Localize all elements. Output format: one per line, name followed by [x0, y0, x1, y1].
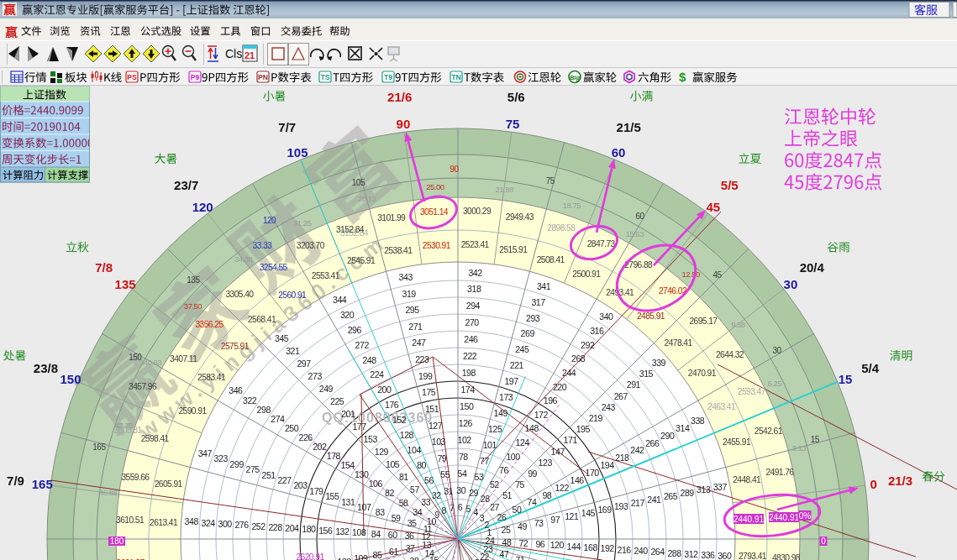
svg-text:31.25: 31.25 [293, 218, 311, 228]
svg-text:2593.47: 2593.47 [738, 387, 766, 396]
svg-text:197: 197 [504, 376, 518, 386]
svg-text:348: 348 [185, 516, 199, 526]
svg-text:320: 320 [340, 310, 355, 320]
svg-text:156: 156 [318, 526, 333, 536]
svg-text:346: 346 [229, 385, 243, 395]
svg-text:172: 172 [534, 410, 549, 420]
svg-text:34: 34 [413, 507, 422, 517]
svg-text:2605.91: 2605.91 [155, 479, 183, 489]
svg-text:43.75: 43.75 [115, 421, 133, 430]
svg-text:99: 99 [528, 468, 537, 479]
svg-text:26: 26 [497, 512, 507, 522]
svg-text:2949.43: 2949.43 [506, 212, 534, 222]
svg-text:275: 275 [246, 464, 260, 474]
svg-text:289: 289 [681, 488, 695, 498]
svg-text:151: 151 [425, 404, 439, 414]
svg-text:36: 36 [405, 531, 414, 541]
svg-text:247: 247 [412, 338, 426, 348]
svg-text:2530.91: 2530.91 [423, 241, 451, 250]
svg-text:2553.41: 2553.41 [312, 271, 340, 280]
svg-text:T9: T9 [384, 73, 392, 81]
svg-text:324: 324 [202, 518, 216, 528]
svg-text:228: 228 [268, 522, 282, 532]
svg-text:78: 78 [459, 452, 468, 462]
svg-text:179: 179 [309, 486, 323, 496]
svg-text:2538.41: 2538.41 [384, 246, 413, 255]
svg-text:85: 85 [373, 550, 382, 560]
svg-text:242: 242 [630, 445, 644, 455]
svg-text:7/8: 7/8 [95, 260, 113, 275]
svg-text:274: 274 [271, 414, 285, 424]
svg-text:2590.91: 2590.91 [178, 406, 207, 416]
svg-text:21.88: 21.88 [496, 185, 513, 194]
svg-text:83: 83 [376, 507, 385, 517]
svg-text:135: 135 [187, 275, 200, 285]
svg-text:192: 192 [601, 543, 615, 553]
svg-text:75: 75 [515, 479, 524, 489]
svg-text:2575.91: 2575.91 [221, 342, 250, 351]
svg-text:3: 3 [480, 513, 485, 523]
svg-text:37.50: 37.50 [184, 301, 202, 311]
svg-text:2508.41: 2508.41 [537, 255, 565, 264]
svg-text:3101.99: 3101.99 [377, 213, 406, 222]
svg-text:32: 32 [432, 490, 441, 500]
svg-text:276: 276 [234, 520, 249, 530]
svg-text:61: 61 [389, 547, 398, 557]
svg-text:347: 347 [198, 448, 213, 458]
svg-text:105: 105 [287, 145, 308, 160]
svg-text:313: 313 [697, 484, 711, 495]
svg-text:294: 294 [466, 301, 481, 311]
svg-text:96: 96 [535, 539, 544, 549]
svg-text:23/7: 23/7 [174, 178, 198, 192]
svg-text:295: 295 [405, 305, 419, 315]
svg-text:20/4: 20/4 [800, 260, 825, 275]
svg-text:84: 84 [371, 529, 381, 539]
svg-text:21: 21 [245, 50, 255, 60]
svg-text:198: 198 [462, 368, 476, 378]
svg-text:203: 203 [293, 480, 308, 490]
svg-text:21/5: 21/5 [617, 120, 641, 134]
svg-text:241: 241 [647, 495, 661, 505]
svg-text:178: 178 [327, 451, 341, 461]
svg-text:147: 147 [551, 447, 565, 457]
svg-text:37: 37 [406, 543, 415, 553]
svg-text:216: 216 [618, 545, 632, 555]
svg-text:24: 24 [486, 536, 495, 546]
svg-text:174: 174 [460, 385, 475, 395]
svg-text:3203.70: 3203.70 [297, 241, 325, 250]
svg-text:72: 72 [518, 538, 528, 548]
svg-text:340: 340 [599, 311, 613, 322]
svg-text:120: 120 [192, 200, 213, 214]
svg-text:170: 170 [586, 468, 600, 478]
svg-text:360: 360 [718, 551, 732, 560]
svg-text:79: 79 [437, 453, 446, 463]
svg-text:21/3: 21/3 [888, 474, 912, 488]
svg-text:2746.02: 2746.02 [659, 286, 687, 296]
svg-text:53: 53 [475, 472, 484, 482]
svg-text:150: 150 [129, 353, 142, 362]
svg-text:4: 4 [473, 507, 478, 517]
svg-text:150: 150 [460, 401, 474, 411]
svg-text:297: 297 [297, 359, 311, 369]
svg-text:52: 52 [490, 479, 499, 489]
svg-text:126: 126 [459, 418, 473, 428]
svg-text:55: 55 [440, 469, 450, 479]
svg-text:107: 107 [357, 502, 371, 512]
svg-text:2542.61: 2542.61 [755, 427, 783, 436]
svg-text:15: 15 [811, 435, 820, 444]
svg-text:5/6: 5/6 [507, 90, 525, 104]
svg-text:59: 59 [392, 513, 401, 523]
svg-text:223: 223 [415, 354, 429, 364]
svg-text:217: 217 [631, 498, 645, 508]
svg-text:226: 226 [299, 432, 313, 442]
svg-text:80: 80 [417, 460, 426, 470]
svg-text:2448.41: 2448.41 [733, 475, 761, 484]
svg-text:15: 15 [429, 555, 439, 560]
svg-text:180: 180 [302, 524, 316, 534]
svg-text:4830.98: 4830.98 [772, 553, 801, 560]
svg-text:200: 200 [377, 385, 392, 395]
svg-text:218: 218 [615, 453, 629, 463]
svg-text:50: 50 [513, 505, 522, 515]
svg-text:165: 165 [92, 442, 106, 452]
svg-text:133: 133 [338, 557, 352, 560]
